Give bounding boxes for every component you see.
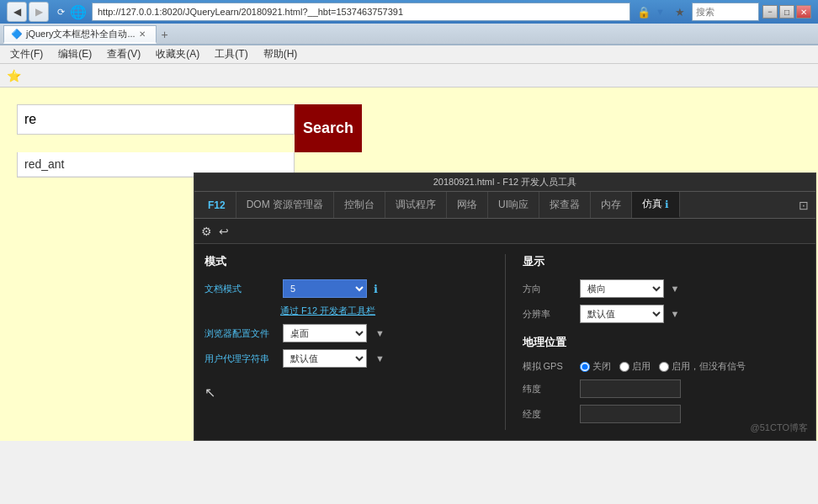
lat-label: 纬度 [523, 383, 573, 395]
gps-no-signal-radio[interactable] [659, 362, 669, 372]
devtools-tab-f12[interactable]: F12 [198, 192, 236, 218]
lng-input[interactable] [580, 405, 681, 423]
gps-off-label[interactable]: 关闭 [580, 360, 611, 373]
devtools-content: 模式 文档模式 5 ℹ 通过 F12 开发者工具栏 浏览器配置文件 [194, 244, 815, 440]
refresh-button[interactable]: ⟳ [57, 7, 65, 18]
forward-button[interactable]: ▶ [29, 2, 49, 22]
doc-mode-link-row: 通过 F12 开发者工具栏 [204, 305, 488, 317]
resize-icon: ⊡ [799, 199, 809, 212]
window-buttons: － □ ✕ [762, 5, 811, 19]
browser-search-input[interactable] [692, 3, 759, 21]
devtools-tab-profiler[interactable]: 探查器 [539, 192, 591, 218]
devtools-display-panel: 显示 方向 横向 ▼ 分辨率 默认值 ▼ [505, 254, 806, 430]
display-section-title: 显示 [523, 254, 806, 269]
tab-close-button[interactable]: ✕ [139, 29, 146, 39]
lng-label: 经度 [523, 408, 573, 421]
menu-file[interactable]: 文件(F) [3, 45, 50, 63]
cursor-area: ↖ [204, 385, 488, 401]
menu-bar: 文件(F) 编辑(E) 查看(V) 收藏夹(A) 工具(T) 帮助(H) [0, 45, 818, 64]
resolution-select[interactable]: 默认值 [580, 305, 664, 323]
gps-on-label[interactable]: 启用 [619, 360, 651, 373]
direction-row: 方向 横向 ▼ [523, 279, 806, 298]
gps-radio-group: 关闭 启用 启用，但没有信号 [580, 360, 746, 373]
devtools-toolbar: ⚙ ↩ [194, 219, 815, 244]
menu-help[interactable]: 帮助(H) [257, 45, 305, 63]
undo-icon[interactable]: ↩ [219, 225, 229, 238]
direction-label: 方向 [523, 283, 573, 295]
info-icon: ℹ [665, 199, 669, 210]
minimize-button[interactable]: － [762, 5, 778, 19]
resolution-row: 分辨率 默认值 ▼ [523, 305, 806, 323]
lat-input[interactable] [580, 379, 681, 398]
devtools-tab-memory[interactable]: 内存 [591, 192, 632, 218]
doc-mode-label: 文档模式 [204, 283, 276, 295]
browser-toolbar: ⭐ [0, 64, 818, 88]
devtools-panel: 20180921.html - F12 开发人员工具 F12 DOM 资源管理器… [194, 172, 816, 441]
search-button[interactable]: Search [295, 104, 362, 152]
devtools-tab-ui[interactable]: UI响应 [488, 192, 539, 218]
menu-view[interactable]: 查看(V) [100, 45, 147, 63]
mode-section-title: 模式 [204, 254, 488, 269]
lng-row: 经度 [523, 405, 806, 423]
address-bar[interactable]: http://127.0.0.1:8020/JQueryLearn/201809… [92, 3, 630, 21]
favorite-icon[interactable]: ★ [675, 6, 685, 19]
geo-section-title: 地理位置 [523, 335, 806, 350]
doc-mode-link[interactable]: 通过 F12 开发者工具栏 [280, 305, 375, 317]
main-content: re Search red_ant 20180921.html - F12 开发… [0, 88, 818, 441]
search-section: re Search red_ant [17, 104, 801, 178]
search-input-row: re Search [17, 104, 362, 152]
favorites-toolbar-btn[interactable]: ⭐ [5, 67, 22, 84]
devtools-mode-panel: 模式 文档模式 5 ℹ 通过 F12 开发者工具栏 浏览器配置文件 [204, 254, 505, 430]
cert-icon: ▼ [656, 7, 665, 17]
devtools-title: 20180921.html - F12 开发人员工具 [433, 176, 577, 188]
new-tab-button[interactable]: + [157, 25, 173, 44]
user-agent-dropdown-arrow: ▼ [375, 353, 385, 363]
menu-edit[interactable]: 编辑(E) [51, 45, 98, 63]
user-agent-select[interactable]: 默认值 [283, 349, 367, 368]
tab-bar: 🔷 jQuery文本框想补全自动... ✕ + [0, 24, 818, 45]
browser-profile-label: 浏览器配置文件 [204, 327, 276, 340]
menu-favorites[interactable]: 收藏夹(A) [149, 45, 206, 63]
doc-mode-row: 文档模式 5 ℹ [204, 279, 488, 298]
browser-profile-select[interactable]: 桌面 [283, 324, 367, 342]
devtools-tab-network[interactable]: 网络 [447, 192, 488, 218]
lat-row: 纬度 [523, 379, 806, 398]
user-agent-label: 用户代理字符串 [204, 353, 276, 365]
ssl-icon: 🔒 [637, 6, 651, 19]
direction-dropdown-arrow: ▼ [671, 284, 680, 294]
tab-favicon: 🔷 [11, 29, 23, 40]
watermark: @51CTO博客 [751, 422, 808, 434]
gps-label: 模拟 GPS [523, 360, 573, 373]
resolution-label: 分辨率 [523, 308, 573, 321]
browser-profile-row: 浏览器配置文件 桌面 ▼ [204, 324, 488, 342]
devtools-resize-btn[interactable]: ⊡ [799, 199, 812, 212]
gps-on-radio[interactable] [619, 362, 629, 372]
maximize-button[interactable]: □ [779, 5, 794, 19]
browser-window: ◀ ▶ ⟳ 🌐 http://127.0.0.1:8020/JQueryLear… [0, 0, 818, 441]
tab-label: jQuery文本框想补全自动... [26, 28, 135, 40]
back-button[interactable]: ◀ [7, 2, 27, 22]
doc-mode-select[interactable]: 5 [283, 279, 367, 298]
gps-row: 模拟 GPS 关闭 启用 [523, 360, 806, 373]
settings-icon[interactable]: ⚙ [201, 225, 212, 238]
direction-select[interactable]: 横向 [580, 279, 664, 298]
devtools-tab-dom[interactable]: DOM 资源管理器 [236, 192, 334, 218]
devtools-nav: F12 DOM 资源管理器 控制台 调试程序 网络 UI响应 探 [194, 192, 815, 219]
devtools-tab-debugger[interactable]: 调试程序 [385, 192, 447, 218]
devtools-title-bar: 20180921.html - F12 开发人员工具 [194, 173, 815, 192]
search-container: re Search red_ant [17, 104, 362, 178]
menu-tools[interactable]: 工具(T) [208, 45, 254, 63]
devtools-tab-emulation[interactable]: 仿真 ℹ [632, 192, 680, 218]
user-agent-row: 用户代理字符串 默认值 ▼ [204, 349, 488, 368]
devtools-tab-console[interactable]: 控制台 [334, 192, 385, 218]
doc-mode-info-icon[interactable]: ℹ [374, 283, 378, 295]
cursor-icon: ↖ [204, 385, 215, 401]
window-controls: ◀ ▶ [7, 2, 49, 22]
search-input[interactable]: re [17, 104, 295, 135]
gps-off-radio[interactable] [580, 362, 590, 372]
gps-no-signal-label[interactable]: 启用，但没有信号 [659, 360, 746, 373]
resolution-dropdown-arrow: ▼ [671, 309, 680, 319]
close-button[interactable]: ✕ [796, 5, 811, 19]
globe-icon: 🌐 [70, 4, 87, 20]
tab-active[interactable]: 🔷 jQuery文本框想补全自动... ✕ [3, 25, 157, 44]
